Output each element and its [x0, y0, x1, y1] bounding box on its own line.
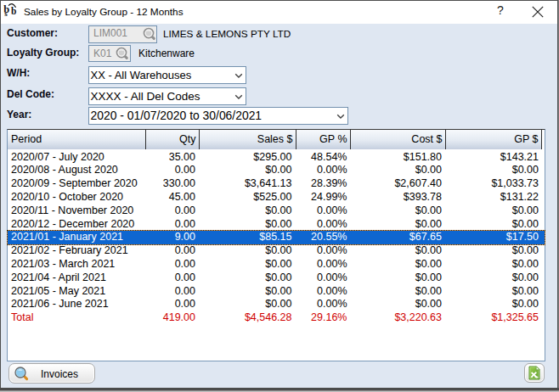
- svg-text:b: b: [11, 6, 16, 16]
- svg-text:s: s: [4, 9, 8, 18]
